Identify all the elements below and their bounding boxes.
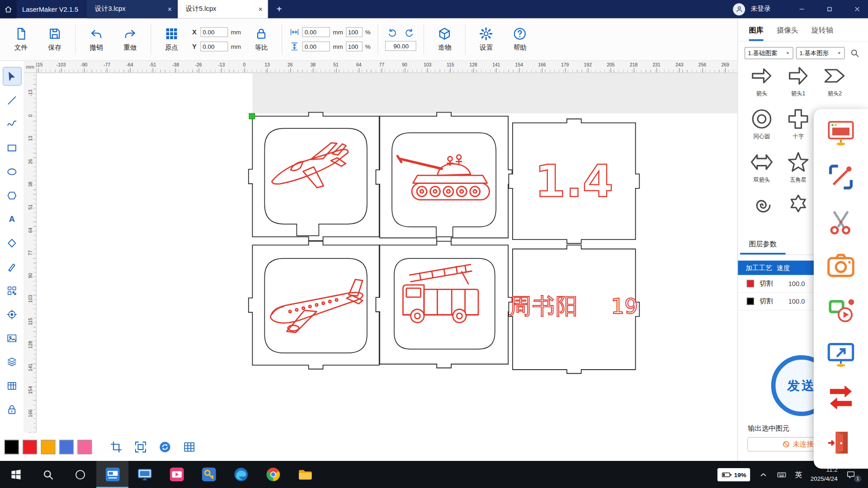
student-name-text[interactable]: 周书阳 bbox=[509, 294, 579, 318]
canvas-tool-grid[interactable] bbox=[183, 440, 196, 453]
palette-color[interactable] bbox=[41, 440, 56, 454]
close-button[interactable] bbox=[846, 0, 868, 18]
maximize-button[interactable] bbox=[818, 0, 840, 18]
tool-target[interactable] bbox=[3, 305, 21, 323]
gallery-item-concentric[interactable]: 同心圆 bbox=[743, 107, 780, 146]
gallery-item-star-6[interactable] bbox=[780, 193, 816, 233]
new-tab-button[interactable]: + bbox=[269, 4, 289, 14]
width-input[interactable] bbox=[302, 27, 330, 37]
class-number-text[interactable]: 19 bbox=[611, 294, 638, 319]
tool-lock[interactable] bbox=[3, 401, 21, 418]
tool-curve[interactable] bbox=[3, 115, 21, 133]
taskbar-lasermaker-button[interactable] bbox=[96, 461, 128, 488]
tool-text[interactable]: A bbox=[3, 210, 21, 228]
input-language[interactable]: 英 bbox=[795, 469, 802, 479]
float-tool-camera[interactable] bbox=[826, 251, 856, 281]
document-tab[interactable]: 设计5.lcpx× bbox=[178, 0, 269, 18]
taskbar-search-button[interactable] bbox=[32, 461, 64, 488]
taskbar-key-button[interactable] bbox=[193, 461, 225, 488]
float-tool-media[interactable] bbox=[826, 295, 856, 325]
selection-handle[interactable] bbox=[249, 113, 255, 119]
float-tool-snip[interactable] bbox=[826, 162, 856, 192]
tray-expand-icon[interactable] bbox=[759, 469, 769, 479]
gallery-item-double-arrow[interactable]: 双箭头 bbox=[743, 150, 780, 190]
redo-button[interactable]: 重做 bbox=[117, 26, 143, 52]
angle-input[interactable] bbox=[386, 41, 417, 51]
palette-color[interactable] bbox=[23, 440, 37, 454]
width-percent-input[interactable] bbox=[346, 27, 363, 37]
keyboard-icon[interactable] bbox=[777, 469, 787, 479]
tool-rectangle[interactable] bbox=[3, 139, 21, 156]
float-tool-exit[interactable] bbox=[826, 428, 856, 458]
taskbar-folder-button[interactable] bbox=[289, 461, 321, 488]
gallery-item-cross[interactable]: 十字 bbox=[780, 107, 816, 146]
taskbar-cortana-button[interactable] bbox=[64, 461, 96, 488]
tool-polygon[interactable] bbox=[3, 187, 21, 204]
category-select[interactable]: 1.基础图案 bbox=[745, 47, 793, 59]
notification-button[interactable]: 1 bbox=[846, 469, 863, 479]
minimize-button[interactable] bbox=[791, 0, 813, 18]
tool-select[interactable] bbox=[3, 67, 21, 85]
rotate-ccw-icon[interactable] bbox=[387, 28, 398, 38]
height-input[interactable] bbox=[302, 42, 330, 52]
document-tab[interactable]: 设计3.lcpx× bbox=[87, 0, 178, 18]
gallery-item-arrow-right[interactable]: 箭头 bbox=[743, 64, 780, 103]
shape-select[interactable]: 1.基本图形 bbox=[796, 47, 845, 59]
x-input[interactable] bbox=[200, 27, 228, 37]
tool-layers[interactable] bbox=[3, 353, 21, 371]
home-button[interactable] bbox=[0, 0, 17, 18]
gallery-item-arrow-block[interactable]: 箭头1 bbox=[780, 64, 816, 103]
tool-qrcode[interactable] bbox=[3, 282, 21, 299]
lock-ratio-button[interactable]: 等比 bbox=[248, 26, 275, 52]
grade-number-text[interactable]: 1.4 bbox=[535, 155, 613, 207]
avatar[interactable] bbox=[733, 3, 745, 15]
fighter-jet-panel[interactable] bbox=[249, 113, 383, 241]
tab-close-icon[interactable]: × bbox=[163, 5, 172, 13]
taskbar-edge-button[interactable] bbox=[225, 461, 257, 488]
tool-diamond[interactable] bbox=[3, 234, 21, 252]
height-percent-input[interactable] bbox=[346, 42, 363, 52]
palette-color[interactable] bbox=[77, 440, 92, 454]
tool-ellipse[interactable] bbox=[3, 163, 21, 180]
file-button[interactable]: 文件 bbox=[8, 26, 34, 52]
right-panel-tab-0[interactable]: 图库 bbox=[749, 25, 764, 41]
right-panel-tab-2[interactable]: 旋转轴 bbox=[811, 25, 833, 41]
rotate-cw-icon[interactable] bbox=[404, 28, 415, 38]
layer-params-tab[interactable]: 图层参数 bbox=[740, 239, 785, 254]
taskbar-chrome-button[interactable] bbox=[257, 461, 289, 488]
search-icon[interactable] bbox=[850, 48, 860, 58]
right-panel-tab-1[interactable]: 摄像头 bbox=[777, 25, 798, 41]
float-tool-swap[interactable] bbox=[826, 384, 856, 413]
float-tool-cast[interactable] bbox=[826, 339, 856, 369]
float-tool-screen-demo[interactable] bbox=[826, 118, 856, 148]
tool-line[interactable] bbox=[3, 91, 21, 109]
design-canvas[interactable]: 1.4 周书阳 19 bbox=[37, 73, 737, 433]
tool-image[interactable] bbox=[3, 329, 21, 347]
palette-color[interactable] bbox=[5, 440, 19, 454]
offpage-region bbox=[252, 73, 737, 113]
taskbar-media-pink-button[interactable] bbox=[160, 461, 193, 488]
tab-close-icon[interactable]: × bbox=[254, 5, 263, 13]
gallery-item-spiral[interactable] bbox=[743, 193, 780, 233]
save-button[interactable]: 保存 bbox=[42, 26, 68, 52]
tool-table[interactable] bbox=[3, 377, 21, 394]
tool-knife[interactable] bbox=[3, 258, 21, 276]
canvas-tool-fullscreen[interactable] bbox=[134, 440, 147, 453]
float-tool-scissors[interactable] bbox=[826, 206, 856, 236]
create-button[interactable]: 造物 bbox=[431, 26, 458, 52]
undo-button[interactable]: 撤销 bbox=[83, 26, 110, 52]
ruler-mark: 166 bbox=[538, 62, 546, 67]
taskbar-start-button[interactable] bbox=[0, 461, 32, 488]
canvas-tool-frame[interactable] bbox=[109, 440, 123, 453]
login-status[interactable]: 未登录 bbox=[750, 5, 785, 14]
battery-indicator[interactable]: 19% bbox=[717, 468, 750, 481]
canvas-tool-sync[interactable] bbox=[158, 440, 171, 453]
gallery-item-arrow-chevron[interactable]: 箭头2 bbox=[816, 64, 853, 103]
settings-button[interactable]: 设置 bbox=[473, 26, 500, 52]
origin-button[interactable]: 原点 bbox=[158, 26, 185, 52]
taskbar-display-button[interactable] bbox=[128, 461, 160, 488]
y-input[interactable] bbox=[200, 42, 228, 52]
help-button[interactable]: 帮助 bbox=[507, 26, 533, 52]
palette-color[interactable] bbox=[59, 440, 74, 454]
gallery-item-star-5[interactable]: 五角星 bbox=[780, 150, 816, 190]
